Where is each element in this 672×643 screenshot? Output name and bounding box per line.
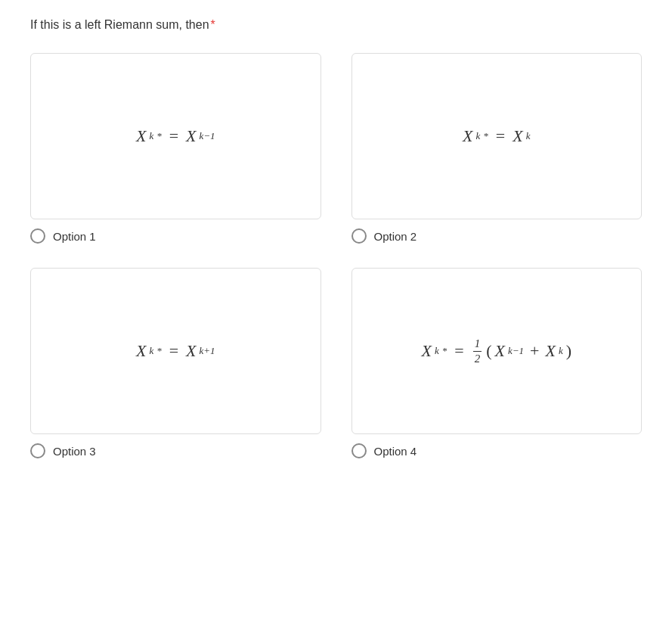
question-title: If this is a left Riemann sum, then* [30, 18, 642, 32]
option-label-row-1[interactable]: Option 1 [30, 228, 321, 244]
option-group-2: Xk* = Xk Option 2 [351, 53, 643, 244]
radio-option-2[interactable] [351, 228, 367, 244]
option-label-text-2: Option 2 [374, 230, 417, 243]
radio-option-3[interactable] [30, 443, 45, 458]
option-label-text-1: Option 1 [53, 230, 96, 243]
radio-option-1[interactable] [30, 228, 45, 244]
option-box-1[interactable]: Xk* = Xk−1 [30, 53, 321, 219]
option-box-2[interactable]: Xk* = Xk [351, 53, 643, 219]
options-grid: Xk* = Xk−1 Option 1 Xk* = Xk [30, 53, 642, 458]
option-group-3: Xk* = Xk+1 Option 3 [30, 268, 321, 458]
option-formula-4: Xk* = 1 2 ( Xk−1 + Xk ) [422, 337, 571, 365]
option-formula-3: Xk* = Xk+1 [136, 341, 215, 361]
option-label-text-4: Option 4 [374, 445, 417, 458]
option-formula-2: Xk* = Xk [463, 126, 530, 146]
option-group-1: Xk* = Xk−1 Option 1 [30, 53, 321, 244]
option-label-row-2[interactable]: Option 2 [351, 228, 643, 244]
radio-option-4[interactable] [351, 443, 367, 458]
option-group-4: Xk* = 1 2 ( Xk−1 + Xk ) Option 4 [351, 268, 643, 458]
option-label-row-4[interactable]: Option 4 [351, 443, 643, 458]
option-box-4[interactable]: Xk* = 1 2 ( Xk−1 + Xk ) [351, 268, 643, 434]
option-label-text-3: Option 3 [53, 445, 96, 458]
option-formula-1: Xk* = Xk−1 [136, 126, 215, 146]
option-box-3[interactable]: Xk* = Xk+1 [30, 268, 321, 434]
option-label-row-3[interactable]: Option 3 [30, 443, 321, 458]
required-star: * [211, 18, 215, 31]
